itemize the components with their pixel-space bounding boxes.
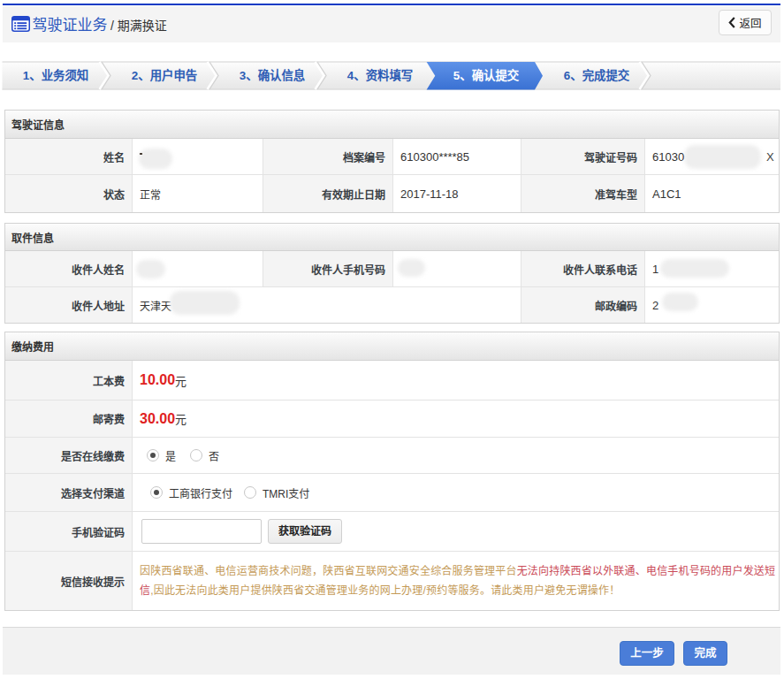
svg-text:4、资料填写: 4、资料填写 bbox=[347, 68, 413, 82]
svg-text:1、业务须知: 1、业务须知 bbox=[23, 68, 88, 82]
svg-text:5、确认提交: 5、确认提交 bbox=[453, 68, 520, 82]
svg-text:3、确认信息: 3、确认信息 bbox=[240, 68, 305, 82]
svg-text:6、完成提交: 6、完成提交 bbox=[564, 68, 630, 82]
svg-text:2、用户申告: 2、用户申告 bbox=[132, 68, 197, 82]
